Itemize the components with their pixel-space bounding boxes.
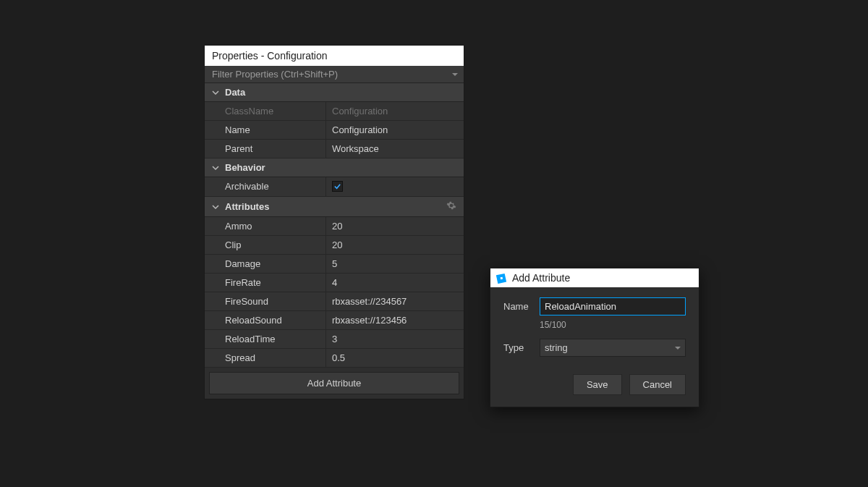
- property-name: Parent: [205, 140, 326, 158]
- property-name: Spread: [205, 349, 326, 367]
- property-value[interactable]: rbxasset://234567: [326, 292, 464, 310]
- modal-footer: Save Cancel: [490, 365, 699, 407]
- property-value[interactable]: 3: [326, 330, 464, 348]
- property-value[interactable]: Workspace: [326, 140, 464, 158]
- modal-title-text: Add Attribute: [512, 272, 570, 284]
- type-label: Type: [503, 342, 540, 353]
- property-name: Ammo: [205, 217, 326, 235]
- section-data-header[interactable]: Data: [205, 83, 464, 102]
- property-row-firesound[interactable]: FireSound rbxasset://234567: [205, 292, 464, 311]
- property-value: Configuration: [326, 102, 464, 120]
- property-row-name[interactable]: Name Configuration: [205, 121, 464, 140]
- name-label: Name: [503, 301, 540, 312]
- property-name: Damage: [205, 255, 326, 273]
- property-row-damage[interactable]: Damage 5: [205, 255, 464, 274]
- property-row-spread[interactable]: Spread 0.5: [205, 349, 464, 368]
- chevron-down-icon: [212, 164, 219, 171]
- property-name: ReloadSound: [205, 311, 326, 329]
- property-value[interactable]: 20: [326, 217, 464, 235]
- panel-title: Properties - Configuration: [205, 46, 464, 66]
- attribute-name-input[interactable]: [540, 297, 686, 316]
- chevron-down-icon: [212, 89, 219, 96]
- modal-titlebar: Add Attribute: [490, 268, 699, 287]
- field-row-type: Type string: [503, 339, 686, 357]
- property-name: ClassName: [205, 102, 326, 120]
- property-row-classname: ClassName Configuration: [205, 102, 464, 121]
- property-value[interactable]: 5: [326, 255, 464, 273]
- properties-panel: Properties - Configuration Data ClassNam…: [204, 45, 464, 399]
- property-name: Archivable: [205, 177, 326, 196]
- attribute-type-select[interactable]: string: [540, 339, 686, 357]
- property-name: Clip: [205, 236, 326, 254]
- section-label: Behavior: [225, 162, 265, 173]
- filter-properties-input[interactable]: [212, 69, 452, 80]
- chevron-down-icon: [675, 347, 681, 350]
- chevron-down-icon[interactable]: [452, 73, 458, 76]
- section-attributes-header[interactable]: Attributes: [205, 197, 464, 217]
- select-value: string: [545, 342, 568, 353]
- property-row-archivable[interactable]: Archivable: [205, 177, 464, 197]
- chevron-down-icon: [212, 203, 219, 211]
- property-row-reloadtime[interactable]: ReloadTime 3: [205, 330, 464, 349]
- property-row-clip[interactable]: Clip 20: [205, 236, 464, 255]
- save-button[interactable]: Save: [573, 374, 622, 395]
- svg-rect-1: [501, 277, 503, 280]
- filter-row[interactable]: [205, 66, 464, 83]
- gear-icon[interactable]: [446, 200, 456, 213]
- add-attribute-modal: Add Attribute Name 15/100 Type string Sa…: [490, 268, 699, 407]
- section-label: Attributes: [225, 201, 269, 212]
- field-row-name: Name: [503, 297, 686, 316]
- property-value[interactable]: Configuration: [326, 121, 464, 139]
- property-row-firerate[interactable]: FireRate 4: [205, 274, 464, 292]
- section-label: Data: [225, 87, 245, 98]
- property-row-parent[interactable]: Parent Workspace: [205, 140, 464, 158]
- add-attribute-button[interactable]: Add Attribute: [209, 372, 459, 394]
- char-counter: 15/100: [540, 320, 686, 330]
- property-row-ammo[interactable]: Ammo 20: [205, 217, 464, 236]
- property-name: FireSound: [205, 292, 326, 310]
- property-row-reloadsound[interactable]: ReloadSound rbxasset://123456: [205, 311, 464, 330]
- property-value[interactable]: [326, 177, 464, 196]
- cancel-button[interactable]: Cancel: [629, 374, 686, 395]
- modal-body: Name 15/100 Type string: [490, 287, 699, 365]
- property-value[interactable]: 4: [326, 274, 464, 292]
- roblox-icon: [496, 272, 508, 284]
- section-behavior-header[interactable]: Behavior: [205, 158, 464, 177]
- property-value[interactable]: 20: [326, 236, 464, 254]
- property-value[interactable]: rbxasset://123456: [326, 311, 464, 329]
- property-name: Name: [205, 121, 326, 139]
- property-name: FireRate: [205, 274, 326, 292]
- property-value[interactable]: 0.5: [326, 349, 464, 367]
- property-name: ReloadTime: [205, 330, 326, 348]
- checkbox-archivable[interactable]: [332, 181, 343, 192]
